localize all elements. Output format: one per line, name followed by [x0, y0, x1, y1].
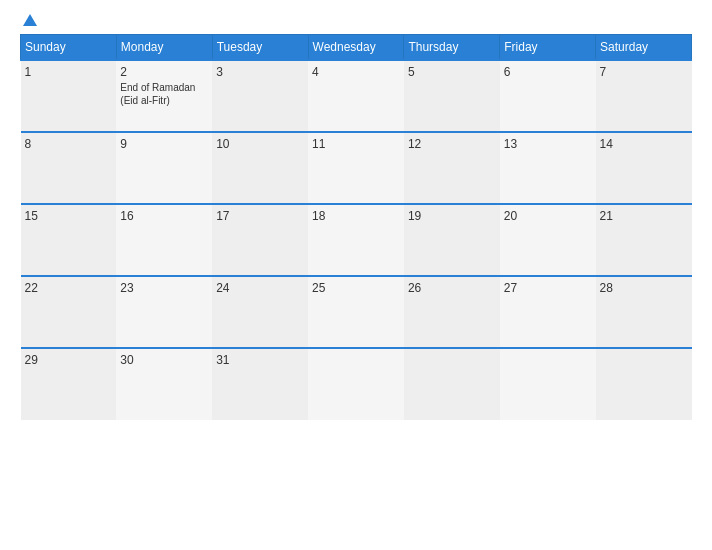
- header-saturday: Saturday: [596, 35, 692, 61]
- day-number: 25: [312, 281, 400, 295]
- event-label: End of Ramadan (Eid al-Fitr): [120, 81, 208, 107]
- week-row-3: 15161718192021: [21, 204, 692, 276]
- day-cell: 10: [212, 132, 308, 204]
- day-number: 23: [120, 281, 208, 295]
- day-number: 8: [25, 137, 113, 151]
- day-cell: 19: [404, 204, 500, 276]
- day-cell: 26: [404, 276, 500, 348]
- day-number: 9: [120, 137, 208, 151]
- day-cell: 9: [116, 132, 212, 204]
- day-cell: 12: [404, 132, 500, 204]
- day-cell: 17: [212, 204, 308, 276]
- day-cell: [308, 348, 404, 420]
- week-row-5: 293031: [21, 348, 692, 420]
- header-thursday: Thursday: [404, 35, 500, 61]
- day-cell: [596, 348, 692, 420]
- day-cell: 27: [500, 276, 596, 348]
- day-number: 16: [120, 209, 208, 223]
- header: [20, 16, 692, 26]
- day-cell: 1: [21, 60, 117, 132]
- day-number: 4: [312, 65, 400, 79]
- header-friday: Friday: [500, 35, 596, 61]
- calendar-page: Sunday Monday Tuesday Wednesday Thursday…: [0, 0, 712, 550]
- day-cell: 2End of Ramadan (Eid al-Fitr): [116, 60, 212, 132]
- day-number: 1: [25, 65, 113, 79]
- day-number: 3: [216, 65, 304, 79]
- day-cell: [404, 348, 500, 420]
- weekday-header-row: Sunday Monday Tuesday Wednesday Thursday…: [21, 35, 692, 61]
- day-cell: 6: [500, 60, 596, 132]
- calendar-table: Sunday Monday Tuesday Wednesday Thursday…: [20, 34, 692, 420]
- day-number: 26: [408, 281, 496, 295]
- day-cell: 15: [21, 204, 117, 276]
- day-cell: 13: [500, 132, 596, 204]
- day-number: 12: [408, 137, 496, 151]
- day-number: 17: [216, 209, 304, 223]
- day-cell: 11: [308, 132, 404, 204]
- week-row-2: 891011121314: [21, 132, 692, 204]
- day-cell: 4: [308, 60, 404, 132]
- day-number: 31: [216, 353, 304, 367]
- day-cell: 30: [116, 348, 212, 420]
- day-number: 14: [600, 137, 688, 151]
- day-number: 29: [25, 353, 113, 367]
- day-number: 28: [600, 281, 688, 295]
- week-row-1: 12End of Ramadan (Eid al-Fitr)34567: [21, 60, 692, 132]
- day-cell: 29: [21, 348, 117, 420]
- day-number: 30: [120, 353, 208, 367]
- day-cell: 23: [116, 276, 212, 348]
- header-sunday: Sunday: [21, 35, 117, 61]
- day-cell: 18: [308, 204, 404, 276]
- day-number: 7: [600, 65, 688, 79]
- day-number: 20: [504, 209, 592, 223]
- day-number: 10: [216, 137, 304, 151]
- day-number: 18: [312, 209, 400, 223]
- day-number: 19: [408, 209, 496, 223]
- logo: [20, 16, 37, 26]
- day-number: 15: [25, 209, 113, 223]
- day-cell: 16: [116, 204, 212, 276]
- day-cell: 3: [212, 60, 308, 132]
- header-wednesday: Wednesday: [308, 35, 404, 61]
- day-cell: 14: [596, 132, 692, 204]
- day-number: 11: [312, 137, 400, 151]
- day-number: 21: [600, 209, 688, 223]
- day-cell: 21: [596, 204, 692, 276]
- day-number: 27: [504, 281, 592, 295]
- day-cell: 7: [596, 60, 692, 132]
- day-number: 2: [120, 65, 208, 79]
- day-cell: 20: [500, 204, 596, 276]
- day-number: 24: [216, 281, 304, 295]
- day-cell: 22: [21, 276, 117, 348]
- day-number: 22: [25, 281, 113, 295]
- week-row-4: 22232425262728: [21, 276, 692, 348]
- day-cell: 24: [212, 276, 308, 348]
- logo-triangle-icon: [23, 14, 37, 26]
- day-cell: 8: [21, 132, 117, 204]
- header-monday: Monday: [116, 35, 212, 61]
- day-cell: 25: [308, 276, 404, 348]
- day-number: 6: [504, 65, 592, 79]
- day-cell: [500, 348, 596, 420]
- day-number: 13: [504, 137, 592, 151]
- day-cell: 5: [404, 60, 500, 132]
- day-cell: 28: [596, 276, 692, 348]
- day-cell: 31: [212, 348, 308, 420]
- day-number: 5: [408, 65, 496, 79]
- header-tuesday: Tuesday: [212, 35, 308, 61]
